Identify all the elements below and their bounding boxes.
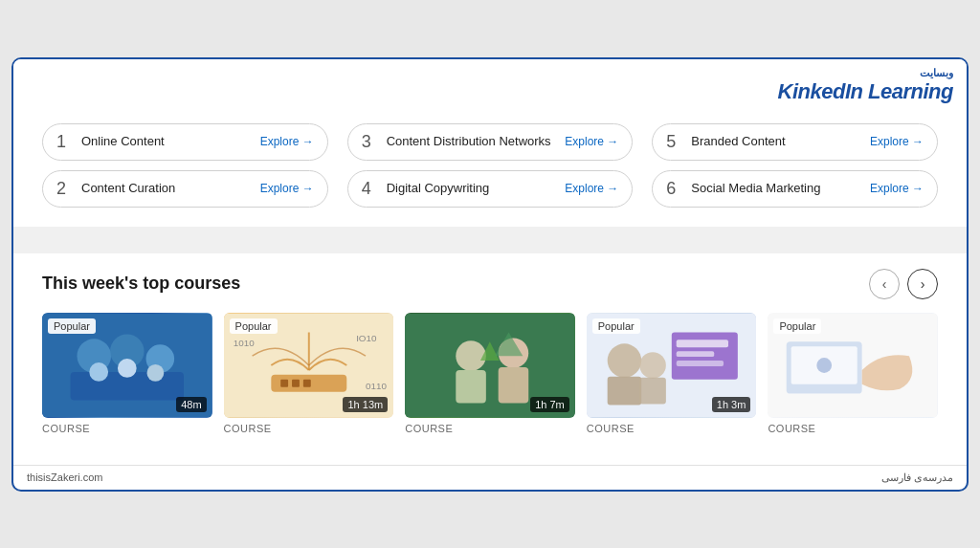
svg-rect-18 <box>456 369 486 403</box>
skill-item[interactable]: 1 Online Content Explore → <box>42 123 328 161</box>
logo-area: وبسایت KinkedIn Learning <box>778 67 953 104</box>
skill-number: 1 <box>56 132 74 152</box>
popular-badge: Popular <box>48 318 96 334</box>
nav-buttons: ‹ › <box>869 269 938 299</box>
svg-rect-25 <box>677 340 728 347</box>
explore-link[interactable]: Explore → <box>260 135 314 148</box>
course-type: COURSE <box>224 423 394 434</box>
svg-rect-12 <box>302 379 310 386</box>
duration-badge: 1h 7m <box>530 397 569 412</box>
bottom-bar: thisisZakeri.com مدرسه‌ی فارسی <box>13 465 967 490</box>
skill-item[interactable]: 6 Social Media Marketing Explore → <box>652 170 938 208</box>
explore-link[interactable]: Explore → <box>565 135 618 148</box>
svg-rect-20 <box>499 366 529 402</box>
course-thumbnail: Popular <box>768 313 938 418</box>
course-type: COURSE <box>42 423 212 434</box>
skill-name: Branded Content <box>691 134 862 150</box>
svg-point-17 <box>456 340 486 371</box>
skill-number: 4 <box>362 179 379 199</box>
svg-rect-27 <box>677 361 724 366</box>
skill-name: Social Media Marketing <box>691 181 862 197</box>
top-bar: وبسایت KinkedIn Learning <box>13 59 967 108</box>
svg-point-35 <box>817 358 833 373</box>
explore-link[interactable]: Explore → <box>870 182 924 195</box>
svg-point-28 <box>607 343 641 378</box>
duration-badge: 48m <box>176 397 206 412</box>
main-frame: وبسایت KinkedIn Learning 1 Online Conten… <box>11 57 969 492</box>
svg-point-30 <box>639 352 666 379</box>
skill-number: 2 <box>56 179 74 199</box>
course-type: COURSE <box>587 423 757 434</box>
courses-row: Popular 48m COURSE IO10 1010 0110 Popula… <box>42 313 938 434</box>
svg-rect-29 <box>607 376 641 405</box>
divider-bar <box>13 227 967 253</box>
skill-item[interactable]: 4 Digital Copywriting Explore → <box>347 170 634 208</box>
explore-link[interactable]: Explore → <box>565 182 618 195</box>
course-card[interactable]: Popular 1h 3m COURSE <box>587 313 757 434</box>
svg-rect-31 <box>639 377 666 404</box>
course-card[interactable]: Popular COURSE <box>768 313 938 434</box>
skill-number: 5 <box>666 132 683 152</box>
svg-point-7 <box>147 364 165 382</box>
popular-badge: Popular <box>592 318 640 334</box>
skill-item[interactable]: 5 Branded Content Explore → <box>652 123 938 161</box>
skill-number: 3 <box>362 132 379 152</box>
skill-number: 6 <box>666 179 683 199</box>
course-thumbnail: 1h 7m <box>405 313 575 418</box>
skill-name: Content Curation <box>81 181 253 197</box>
popular-badge: Popular <box>773 318 821 334</box>
popular-badge: Popular <box>230 318 278 334</box>
prev-button[interactable]: ‹ <box>869 269 900 299</box>
section-header: This week's top courses ‹ › <box>42 269 938 299</box>
svg-rect-11 <box>292 379 300 386</box>
skill-item[interactable]: 3 Content Distribution Networks Explore … <box>347 123 634 161</box>
svg-text:IO10: IO10 <box>356 333 377 343</box>
section-title: This week's top courses <box>42 274 240 294</box>
course-type: COURSE <box>405 423 575 434</box>
content-area: 1 Online Content Explore → 3 Content Dis… <box>13 108 967 453</box>
duration-badge: 1h 13m <box>343 397 388 412</box>
course-thumbnail: IO10 1010 0110 Popular 1h 13m <box>224 313 394 418</box>
next-button[interactable]: › <box>907 269 938 299</box>
svg-text:1010: 1010 <box>233 338 254 348</box>
footer-right: مدرسه‌ی فارسی <box>881 471 953 484</box>
course-card[interactable]: 1h 7m COURSE <box>405 313 575 434</box>
duration-badge: 1h 3m <box>712 397 751 412</box>
course-card[interactable]: Popular 48m COURSE <box>42 313 212 434</box>
skill-name: Digital Copywriting <box>387 181 558 197</box>
skill-name: Online Content <box>81 134 253 150</box>
skills-grid: 1 Online Content Explore → 3 Content Dis… <box>42 123 938 208</box>
footer-left: thisisZakeri.com <box>27 471 102 483</box>
course-type: COURSE <box>768 423 938 434</box>
course-card[interactable]: IO10 1010 0110 Popular 1h 13m COURSE <box>224 313 394 434</box>
skill-name: Content Distribution Networks <box>387 134 558 150</box>
svg-text:0110: 0110 <box>366 380 387 390</box>
svg-point-5 <box>89 362 108 382</box>
svg-point-6 <box>118 359 137 378</box>
svg-rect-10 <box>280 379 288 386</box>
explore-link[interactable]: Explore → <box>870 135 924 148</box>
logo-site-label: وبسایت <box>778 67 953 79</box>
explore-link[interactable]: Explore → <box>260 182 314 195</box>
svg-rect-26 <box>677 351 714 357</box>
skill-item[interactable]: 2 Content Curation Explore → <box>42 170 328 208</box>
course-thumbnail: Popular 48m <box>42 313 212 418</box>
logo-main-label: KinkedIn Learning <box>778 79 953 103</box>
course-thumbnail: Popular 1h 3m <box>587 313 757 418</box>
